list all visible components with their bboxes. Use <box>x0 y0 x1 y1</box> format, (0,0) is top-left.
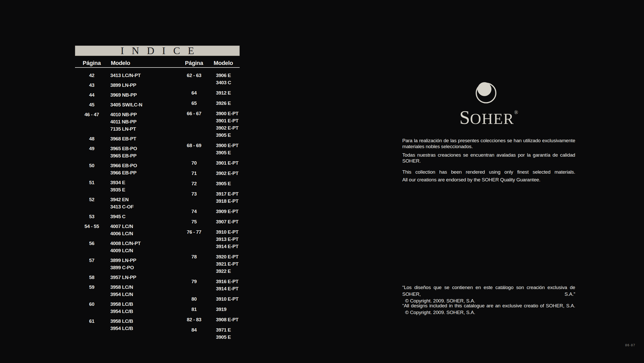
model-code: 3905 E <box>216 180 231 187</box>
brand-wordmark: SOHER® <box>402 103 575 132</box>
model-code: 3966 EB-PO <box>110 162 137 169</box>
entry-page-number: 66 - 67 <box>177 110 211 139</box>
entry-page-number: 71 <box>177 170 211 177</box>
model-code: 4008 LC/N-PT <box>110 240 141 247</box>
entry-model-list: 3912 E <box>216 89 231 97</box>
model-code: 3899 C-PO <box>110 264 136 271</box>
index-entry: 66 - 673900 E-PT3901 E-PT3902 E-PT3905 E <box>165 110 240 139</box>
column-header-page: Página <box>75 60 108 66</box>
entry-model-list: 3906 E3403 C <box>216 72 231 86</box>
entry-page-number: 56 <box>75 240 108 254</box>
model-code: 3910 E-PT <box>216 296 238 303</box>
index-entry: 743909 E-PT <box>165 208 240 215</box>
entry-page-number: 44 <box>75 91 108 99</box>
index-column-left: 423413 LC/N-PT433899 LN-PP443969 NB-PP45… <box>75 72 165 344</box>
intro-spanish-paragraph: Para la realización de las presentes col… <box>402 138 575 149</box>
index-entry: 443969 NB-PP <box>75 91 165 99</box>
entry-page-number: 65 <box>177 100 211 107</box>
index-entry: 564008 LC/N-PT4009 LC/N <box>75 240 165 254</box>
model-code: 3920 E-PT <box>216 253 238 260</box>
model-code: 3958 LC/B <box>110 301 133 308</box>
entry-model-list: 3899 LN-PP <box>110 82 136 89</box>
model-code: 3921 E-PT <box>216 260 238 268</box>
model-code: 3966 EB-PP <box>110 169 137 176</box>
copyright-spanish: “Los diseños que se contienen en este ca… <box>402 284 575 304</box>
model-code: 3902 E-PT <box>216 170 238 177</box>
model-code: 3916 E-PT <box>216 278 238 285</box>
entry-model-list: 3971 E3905 E <box>216 326 231 341</box>
model-code: 3403 C <box>216 79 231 86</box>
model-code: 4006 LC/N <box>110 230 133 237</box>
entry-model-list: 3920 E-PT3921 E-PT3922 E <box>216 253 238 275</box>
index-entry: 76 - 773910 E-PT3913 E-PT3914 E-PT <box>165 229 240 250</box>
index-entry: 793916 E-PT3914 E-PT <box>165 278 240 292</box>
model-code: 3971 E <box>216 326 231 334</box>
entry-model-list: 3945 C <box>110 213 126 220</box>
index-entry: 46 - 474010 NB-PP4011 NB-PP7135 LN-PT <box>75 111 165 133</box>
table-header-row: Página Modelo Página Modelo <box>75 60 240 66</box>
entry-page-number: 46 - 47 <box>75 111 108 133</box>
model-code: 3969 NB-PP <box>110 91 137 99</box>
header-divider <box>75 67 240 68</box>
entry-page-number: 84 <box>177 326 211 341</box>
entry-model-list: 4007 LC/N4006 LC/N <box>110 223 133 237</box>
index-entry: 453405 SW/LC-N <box>75 101 165 108</box>
entry-model-list: 3910 E-PT3913 E-PT3914 E-PT <box>216 229 238 250</box>
model-code: 3910 E-PT <box>216 229 238 236</box>
index-entry: 723905 E <box>165 180 240 187</box>
entry-model-list: 3902 E-PT <box>216 170 238 177</box>
index-table: INDICE Página Modelo Página Modelo 42341… <box>75 46 240 344</box>
index-entry: 583957 LN-PP <box>75 274 165 281</box>
entry-model-list: 3957 LN-PP <box>110 274 136 281</box>
entry-page-number: 70 <box>177 159 211 167</box>
soher-logo-icon <box>473 80 504 106</box>
entry-page-number: 76 - 77 <box>177 229 211 250</box>
index-entry: 513934 E3935 E <box>75 179 165 193</box>
entry-page-number: 50 <box>75 162 108 176</box>
entry-page-number: 48 <box>75 135 108 142</box>
entry-page-number: 57 <box>75 257 108 271</box>
model-code: 3954 LC/B <box>110 325 133 332</box>
model-code: 3899 LN-PP <box>110 82 136 89</box>
entry-model-list: 3405 SW/LC-N <box>110 101 142 108</box>
model-code: 3926 E <box>216 100 231 107</box>
entry-model-list: 3958 LC/B3954 LC/B <box>110 301 133 315</box>
model-code: 3954 LC/B <box>110 308 133 315</box>
model-code: 4009 LC/N <box>110 247 141 254</box>
entry-page-number: 78 <box>177 253 211 275</box>
model-code: 3934 E <box>110 179 125 186</box>
entry-model-list: 3413 LC/N-PT <box>110 72 141 79</box>
index-entry: 82 - 833908 E-PT <box>165 316 240 323</box>
model-code: 3901 E-PT <box>216 117 238 124</box>
index-entry: 713902 E-PT <box>165 170 240 177</box>
model-code: 3914 E-PT <box>216 243 238 250</box>
entry-page-number: 79 <box>177 278 211 292</box>
column-header-page: Página <box>177 60 211 66</box>
index-entry: 533945 C <box>75 213 165 220</box>
model-code: 3913 E-PT <box>216 236 238 243</box>
model-code: 3902 E-PT <box>216 124 238 132</box>
index-entry: 483968 EB-PT <box>75 135 165 142</box>
model-code: 3912 E <box>216 89 231 97</box>
model-code: 3945 C <box>110 213 126 220</box>
registered-trademark-symbol: ® <box>514 109 518 115</box>
model-code: 3965 EB-PO <box>110 145 137 152</box>
index-entry: 68 - 693900 E-PT3905 E <box>165 142 240 156</box>
model-code: 3905 E <box>216 334 231 341</box>
entry-page-number: 45 <box>75 101 108 108</box>
model-code: 3968 EB-PT <box>110 135 136 142</box>
entry-page-number: 53 <box>75 213 108 220</box>
entry-model-list: 3900 E-PT3901 E-PT3902 E-PT3905 E <box>216 110 238 139</box>
header-group-right: Página Modelo <box>165 60 240 66</box>
column-header-model: Modelo <box>214 60 233 66</box>
entry-page-number: 59 <box>75 284 108 298</box>
index-entry: 643912 E <box>165 89 240 97</box>
entry-model-list: 3916 E-PT3914 E-PT <box>216 278 238 292</box>
entry-model-list: 3899 LN-PP3899 C-PO <box>110 257 136 271</box>
model-code: 3901 E-PT <box>216 159 238 167</box>
logo-sphere <box>478 82 491 96</box>
index-column-right: 62 - 633906 E3403 C643912 E653926 E66 - … <box>165 72 240 344</box>
entry-page-number: 58 <box>75 274 108 281</box>
model-code: 3965 EB-PP <box>110 152 137 159</box>
entry-page-number: 68 - 69 <box>177 142 211 156</box>
